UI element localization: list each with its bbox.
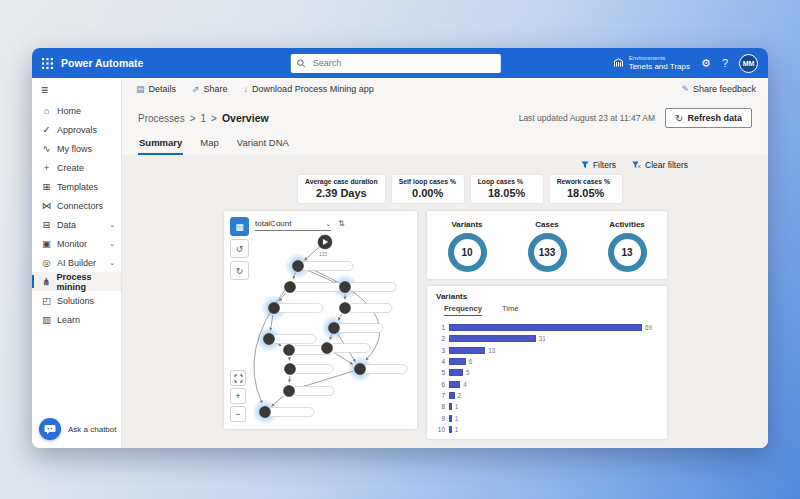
sidebar-item-label: Connectors	[57, 201, 103, 211]
sidebar-item-create[interactable]: +Create	[32, 158, 121, 177]
search-box[interactable]	[291, 54, 501, 73]
end-node[interactable]	[260, 407, 271, 418]
activity-pill-label[interactable]	[330, 344, 370, 353]
activity-node[interactable]	[285, 282, 296, 293]
activity-node[interactable]	[340, 282, 351, 293]
variant-bar[interactable]	[449, 415, 452, 422]
variant-value-label: 31	[539, 335, 546, 342]
sidebar-item-ai-builder[interactable]: ◎AI Builder⌄	[32, 253, 121, 272]
user-avatar[interactable]: MM	[739, 54, 758, 73]
map-view-button[interactable]: ▦	[230, 217, 249, 236]
activity-node[interactable]	[284, 386, 295, 397]
activity-node[interactable]	[355, 364, 366, 375]
activity-pill-label[interactable]	[293, 283, 341, 292]
variant-bar[interactable]	[449, 335, 536, 342]
sidebar-item-my-flows[interactable]: ∿My flows	[32, 139, 121, 158]
activity-pill-label[interactable]	[348, 304, 392, 313]
filters-label: Filters	[593, 160, 616, 170]
filters-button[interactable]: Filters	[581, 160, 616, 170]
ask-chatbot-button[interactable]	[39, 418, 61, 440]
share-feedback-command[interactable]: ✎ Share feedback	[681, 84, 756, 94]
rework-view-button[interactable]: ↺	[230, 239, 249, 258]
app-title[interactable]: Power Automate	[61, 57, 143, 69]
zoom-out-button[interactable]: −	[230, 406, 246, 422]
activity-node[interactable]	[293, 261, 304, 272]
activity-pill-label[interactable]	[293, 365, 333, 374]
sidebar-item-connectors[interactable]: ⋈Connectors	[32, 196, 121, 215]
variant-value-label: 2	[458, 392, 462, 399]
clear-filters-button[interactable]: Clear filters	[632, 160, 688, 170]
activity-node[interactable]	[322, 343, 333, 354]
fit-to-screen-button[interactable]	[230, 370, 246, 386]
edge-frequency-label: 133	[319, 251, 328, 257]
sidebar-item-home[interactable]: ⌂Home	[32, 101, 121, 120]
share-command[interactable]: ⇗ Share	[192, 84, 228, 94]
breadcrumb-processes[interactable]: Processes	[138, 113, 185, 124]
variant-bar[interactable]	[449, 403, 452, 410]
sidebar-item-data[interactable]: ⊟Data⌄	[32, 215, 121, 234]
process-edge[interactable]	[305, 247, 320, 260]
variant-bar-row: 46	[436, 356, 658, 367]
my-flows-icon: ∿	[41, 143, 52, 154]
activity-node[interactable]	[284, 345, 295, 356]
activity-pill-label[interactable]	[272, 335, 316, 344]
variant-bar[interactable]	[449, 392, 455, 399]
details-command[interactable]: ▤ Details	[136, 84, 176, 94]
variant-bar[interactable]	[449, 426, 452, 433]
activity-node[interactable]	[340, 303, 351, 314]
process-map-canvas[interactable]: 133	[224, 211, 417, 429]
tab-summary[interactable]: Summary	[138, 134, 183, 155]
variant-index-label: 8	[436, 403, 445, 410]
process-edge[interactable]	[333, 352, 353, 364]
zoom-in-button[interactable]: +	[230, 388, 246, 404]
variant-bar-row: 231	[436, 333, 658, 344]
activity-pill-label[interactable]	[363, 365, 407, 374]
sidebar-item-process-mining[interactable]: ⋔Process mining	[32, 272, 121, 291]
variant-bar[interactable]	[449, 369, 463, 376]
variants-tab-frequency[interactable]: Frequency	[444, 304, 482, 316]
stat-value: 2.39 Days	[305, 187, 378, 199]
sidebar-item-monitor[interactable]: ▣Monitor⌄	[32, 234, 121, 253]
collapse-menu-icon[interactable]: ≡	[32, 78, 121, 101]
metric-dropdown[interactable]: totalCount ⌄	[255, 219, 331, 231]
activity-pill-label[interactable]	[268, 408, 314, 417]
help-icon[interactable]: ?	[722, 57, 728, 69]
activity-node[interactable]	[269, 303, 280, 314]
breadcrumb-separator: >	[190, 113, 196, 124]
sidebar-item-label: Process mining	[57, 272, 121, 292]
refresh-data-button[interactable]: ↻ Refresh data	[665, 108, 752, 128]
settings-gear-icon[interactable]: ⚙	[701, 57, 711, 70]
search-input[interactable]	[311, 57, 495, 69]
activity-pill-label[interactable]	[301, 262, 353, 271]
performance-view-button[interactable]: ↻	[230, 261, 249, 280]
activity-pill-label[interactable]	[292, 387, 334, 396]
activity-node[interactable]	[264, 334, 275, 345]
activity-node[interactable]	[329, 323, 340, 334]
tab-map[interactable]: Map	[199, 134, 219, 155]
activity-node[interactable]	[285, 364, 296, 375]
tab-variant-dna[interactable]: Variant DNA	[236, 134, 290, 155]
download-app-command[interactable]: ↓ Download Process Mining app	[244, 84, 374, 94]
activity-pill-label[interactable]	[337, 324, 383, 333]
sidebar-item-solutions[interactable]: ◰Solutions	[32, 291, 121, 310]
process-edge[interactable]	[272, 396, 284, 406]
variants-tab-time[interactable]: Time	[502, 304, 518, 316]
breadcrumb-process-id[interactable]: 1	[201, 113, 207, 124]
process-edge[interactable]	[304, 269, 336, 283]
variant-bar[interactable]	[449, 358, 466, 365]
sidebar-item-learn[interactable]: ▥Learn	[32, 310, 121, 329]
variant-bar[interactable]	[449, 324, 642, 331]
variant-bar[interactable]	[449, 381, 460, 388]
stat-value: 18.05%	[557, 187, 615, 199]
sidebar-item-templates[interactable]: ⊞Templates	[32, 177, 121, 196]
sidebar-item-label: My flows	[57, 144, 92, 154]
activity-pill-label[interactable]	[348, 283, 396, 292]
variant-index-label: 3	[436, 347, 445, 354]
environment-picker[interactable]: Environments Tenets and Traps	[613, 55, 690, 71]
environment-name: Tenets and Traps	[629, 62, 690, 71]
sidebar-item-approvals[interactable]: ✓Approvals	[32, 120, 121, 139]
waffle-icon[interactable]	[42, 58, 53, 69]
activity-pill-label[interactable]	[277, 304, 323, 313]
metric-swap-icon[interactable]: ⇅	[338, 219, 345, 228]
variant-bar[interactable]	[449, 347, 485, 354]
